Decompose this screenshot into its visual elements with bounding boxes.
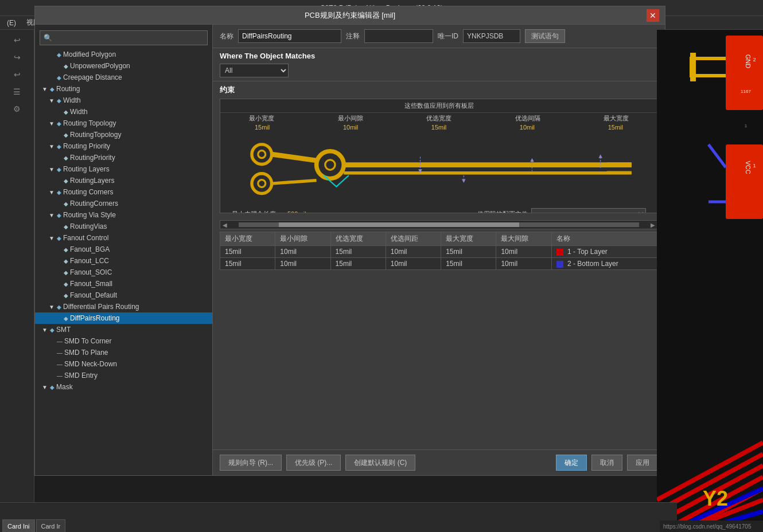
scroll-right-icon[interactable]: ▶ xyxy=(648,222,657,228)
left-sidebar: ↩ ↪ ↩ ☰ ⚙ xyxy=(0,30,34,532)
tree-item-diffpairsrouting[interactable]: ◆ DiffPairsRouting xyxy=(35,312,212,324)
tree-item-fanout-bga[interactable]: ◆ Fanout_BGA xyxy=(35,244,212,255)
bottom-tabs-strip: Card Ini Card Ir xyxy=(0,502,677,532)
cancel-button[interactable]: 取消 xyxy=(591,455,622,471)
sidebar-icon-3[interactable]: ↩ xyxy=(9,66,25,83)
ok-button[interactable]: 确定 xyxy=(556,455,587,471)
menu-e[interactable]: (E) xyxy=(2,18,21,28)
td-min-w-1: 15mil xyxy=(220,246,275,258)
svg-rect-36 xyxy=(726,144,763,219)
tree-item-width[interactable]: ▼ ◆ Width xyxy=(35,95,212,106)
tree-item-modified-polygon[interactable]: ◆ Modified Polygon xyxy=(35,49,212,60)
tree-item-routing-layers-child[interactable]: ◆ RoutingLayers xyxy=(35,175,212,186)
svg-point-2 xyxy=(258,151,266,158)
applies-to-all-label: 这些数值应用到所有板层 xyxy=(220,99,657,113)
max-uncoupled-value: 500mil xyxy=(287,210,306,213)
svg-rect-21 xyxy=(607,171,632,174)
where-title: Where The Object Matches xyxy=(220,52,658,60)
dialog-footer: 规则向导 (R)... 优先级 (P)... 创建默认规则 (C) 确定 取消 … xyxy=(213,449,665,475)
tree-item-routing-vias[interactable]: ◆ RoutingVias xyxy=(35,221,212,232)
test-syntax-button[interactable]: 测试语句 xyxy=(525,29,565,43)
horizontal-scrollbar[interactable]: ◀ ▶ xyxy=(220,220,658,229)
scrollbar-thumb[interactable] xyxy=(279,222,519,227)
dialog-title: PCB规则及约束编辑器 [mil] xyxy=(53,10,647,21)
val-pref-width: 15mil xyxy=(431,124,446,131)
table-row[interactable]: 15mil 10mil 15mil 10mil 15mil 10mil 1 - … xyxy=(220,246,658,258)
th-pref-width: 优选宽度 xyxy=(330,232,386,246)
tree-item-diff-pairs[interactable]: ▼ ◆ Differential Pairs Routing xyxy=(35,301,212,312)
layer-dot-1 xyxy=(556,249,563,256)
tree-item-smd-corner[interactable]: — SMD To Corner xyxy=(35,335,212,347)
td-name-2: 2 - Bottom Layer xyxy=(551,258,657,270)
svg-rect-0 xyxy=(228,131,651,205)
tree-item-unpoured-polygon[interactable]: ◆ UnpoweredPolygon xyxy=(35,60,212,72)
dialog-close-button[interactable]: ✕ xyxy=(647,9,659,22)
tree-item-fanout-default[interactable]: ◆ Fanout_Default xyxy=(35,290,212,301)
search-icon: 🔍 xyxy=(44,34,52,42)
unique-id-input[interactable] xyxy=(463,29,520,43)
pcb-decoration: GND 2 VCC 1 Y2 1167 1 xyxy=(657,30,763,532)
where-section: Where The Object Matches All xyxy=(213,48,665,81)
tree-item-routing[interactable]: ▼ ◆ Routing xyxy=(35,83,212,95)
tree-item-smd-entry[interactable]: — SMD Entry xyxy=(35,370,212,381)
impedance-select[interactable] xyxy=(531,208,646,213)
rule-wizard-button[interactable]: 规则向导 (R)... xyxy=(220,455,282,471)
tree-item-smd-plane[interactable]: — SMD To Plane xyxy=(35,347,212,358)
impedance-label: 使用阻抗配置文件 xyxy=(477,210,528,214)
search-box[interactable]: 🔍 xyxy=(40,30,208,45)
td-pref-d-2: 10mil xyxy=(386,258,441,270)
scroll-left-icon[interactable]: ◀ xyxy=(220,222,229,228)
col-max-width: 最大宽度 xyxy=(604,114,629,123)
tab-card-ir[interactable]: Card Ir xyxy=(36,519,66,532)
tree-item-routing-topology-child[interactable]: ◆ RoutingTopology xyxy=(35,129,212,140)
td-min-w-2: 15mil xyxy=(220,258,275,270)
where-select[interactable]: All xyxy=(220,64,289,77)
tree-item-routing-corners-child[interactable]: ◆ RoutingCorners xyxy=(35,198,212,209)
tree-item-routing-corners[interactable]: ▼ ◆ Routing Corners xyxy=(35,186,212,198)
tree-item-creepage[interactable]: ◆ Creepage Distance xyxy=(35,72,212,83)
sidebar-icon-2[interactable]: ↪ xyxy=(9,49,25,65)
sidebar-icon-4[interactable]: ☰ xyxy=(9,84,25,100)
tab-card-ini[interactable]: Card Ini xyxy=(2,519,35,532)
td-pref-d-1: 10mil xyxy=(386,246,441,258)
tree-item-width-child[interactable]: ◆ Width xyxy=(35,106,212,118)
tree-item-mask[interactable]: ▼ ◆ Mask xyxy=(35,381,212,393)
constraints-table: 最小宽度 最小间隙 优选宽度 优选间距 最大宽度 最大间隙 名称 xyxy=(220,232,658,270)
unique-id-label: 唯一ID xyxy=(438,32,458,41)
tree-item-fanout-soic[interactable]: ◆ Fanout_SOIC xyxy=(35,267,212,278)
td-max-w-1: 15mil xyxy=(441,246,496,258)
th-max-gap: 最大间隙 xyxy=(496,232,551,246)
th-min-gap: 最小间隙 xyxy=(275,232,330,246)
tree-item-smt[interactable]: ▼ ◆ SMT xyxy=(35,324,212,335)
rule-header: 名称 注释 唯一ID 测试语句 xyxy=(213,25,665,48)
val-min-gap: 10mil xyxy=(343,124,358,131)
rule-name-input[interactable] xyxy=(238,29,341,43)
tree-item-fanout-small[interactable]: ◆ Fanout_Small xyxy=(35,278,212,290)
tree-item-routing-priority-child[interactable]: ◆ RoutingPriority xyxy=(35,152,212,163)
statusbar: https://blog.csdn.net/qq_49641705 xyxy=(660,521,763,532)
apply-button[interactable]: 应用 xyxy=(627,455,658,471)
sidebar-icon-5[interactable]: ⚙ xyxy=(9,101,25,117)
tree-item-routing-topology[interactable]: ▼ ◆ Routing Topology xyxy=(35,118,212,129)
comment-label: 注释 xyxy=(346,32,360,41)
tree-item-routing-via-style[interactable]: ▼ ◆ Routing Via Style xyxy=(35,209,212,221)
create-default-button[interactable]: 创建默认规则 (C) xyxy=(345,455,415,471)
search-input[interactable] xyxy=(54,34,204,42)
sidebar-icon-1[interactable]: ↩ xyxy=(9,32,25,48)
priority-button[interactable]: 优先级 (P)... xyxy=(286,455,341,471)
tree-item-fanout-lcc[interactable]: ◆ Fanout_LCC xyxy=(35,255,212,267)
impedance-section: 使用阻抗配置文件 xyxy=(477,208,646,213)
tree-item-smd-neckdown[interactable]: — SMD Neck-Down xyxy=(35,358,212,370)
layer-dot-2 xyxy=(556,261,563,268)
table-row[interactable]: 15mil 10mil 15mil 10mil 15mil 10mil 2 - … xyxy=(220,258,658,270)
svg-text:1: 1 xyxy=(745,123,748,128)
dialog-body: 🔍 ◆ Modified Polygon ◆ UnpoweredPolygon … xyxy=(35,25,665,475)
tree-item-routing-priority[interactable]: ▼ ◆ Routing Priority xyxy=(35,140,212,152)
svg-rect-35 xyxy=(690,53,696,81)
svg-text:1: 1 xyxy=(753,163,756,169)
comment-input[interactable] xyxy=(364,29,433,43)
footer-right-buttons: 确定 取消 应用 xyxy=(556,455,658,471)
tree-item-fanout-control[interactable]: ▼ ◆ Fanout Control xyxy=(35,232,212,244)
tree-item-routing-layers[interactable]: ▼ ◆ Routing Layers xyxy=(35,163,212,175)
td-pref-w-2: 15mil xyxy=(330,258,386,270)
